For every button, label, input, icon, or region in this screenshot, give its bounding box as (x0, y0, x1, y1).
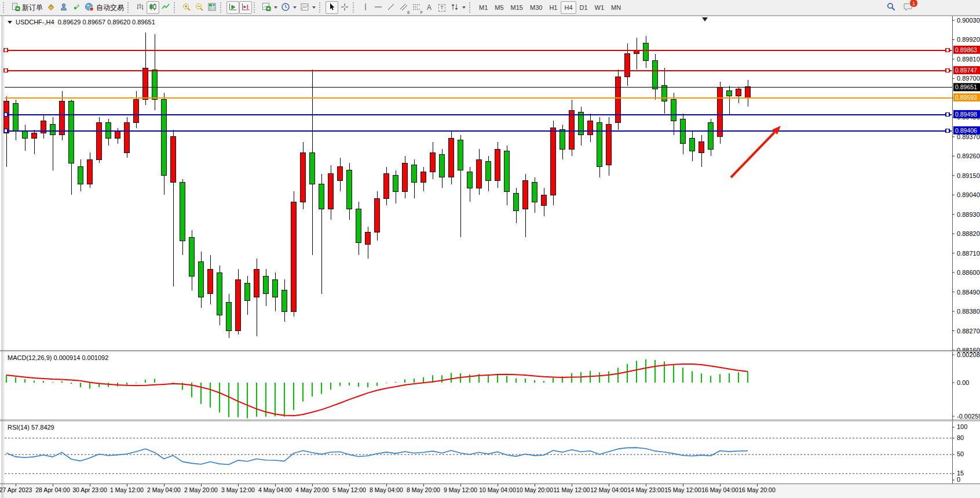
toolbar-grip[interactable] (127, 2, 131, 13)
tf-button-MN[interactable]: MN (608, 1, 624, 14)
zoom-in-button[interactable] (180, 1, 193, 14)
candle-body (245, 283, 250, 300)
chart-menu-arrow-icon[interactable] (8, 21, 12, 24)
price-tick-label: 0.89150 (957, 172, 980, 179)
chevron-down-icon (293, 6, 297, 9)
chart-shift-button[interactable] (239, 1, 252, 14)
tf-button-H4[interactable]: H4 (561, 1, 576, 14)
trendline-icon (386, 2, 396, 13)
tf-button-M5[interactable]: M5 (491, 1, 507, 14)
candle-body (403, 163, 408, 191)
candle-body (597, 122, 602, 166)
candle-body (430, 152, 436, 172)
candle-body (643, 43, 649, 61)
toolbar-grip[interactable] (353, 2, 357, 13)
hline-handle[interactable] (946, 49, 949, 52)
toolbar-grip[interactable] (469, 2, 473, 13)
paint-bucket-button[interactable] (45, 1, 57, 14)
candle-body (41, 121, 46, 133)
candle-body (291, 202, 297, 311)
equidistant-channel-tool-button[interactable]: E (397, 1, 410, 14)
tf-button-D1[interactable]: D1 (576, 1, 591, 14)
chart-header: USDCHF-,H4 0.89629 0.89657 0.89620 0.896… (8, 19, 155, 26)
tile-windows-button[interactable] (206, 1, 218, 14)
line-chart-button[interactable] (159, 1, 172, 14)
candlestick-chart-icon (148, 2, 158, 13)
hline-handle[interactable] (946, 69, 949, 72)
cursor-button[interactable] (326, 1, 338, 14)
hline-handle[interactable] (946, 113, 949, 117)
toolbar-grip[interactable] (220, 2, 224, 13)
search-button[interactable] (884, 1, 898, 14)
toolbar-grip[interactable] (319, 2, 323, 13)
candle-body (87, 159, 93, 184)
candle-body (532, 183, 537, 202)
time-tick-label: 2 May 20:00 (184, 486, 218, 493)
candle-body (69, 101, 74, 163)
hline-handle[interactable] (4, 69, 8, 72)
candle-body (328, 174, 334, 209)
toolbar: 新订单 自动交易 (0, 0, 980, 16)
chat-button[interactable]: 1 (901, 1, 915, 14)
price-badge-label: 0.89593 (955, 94, 977, 101)
tf-button-M1[interactable]: M1 (476, 1, 491, 14)
tf-button-H1[interactable]: H1 (546, 1, 561, 14)
trendline-tool-button[interactable] (385, 1, 397, 14)
auto-scroll-button[interactable] (226, 1, 239, 14)
macd-axis-label: 0.00 (957, 379, 969, 386)
candle-body (356, 209, 361, 243)
hline-handle[interactable] (4, 113, 8, 117)
auto-trading-button[interactable]: 自动交易 (83, 1, 126, 14)
zoom-out-icon (195, 2, 204, 13)
chart-symbol-period: USDCHF-,H4 (16, 19, 54, 26)
time-tick-label: 4 May 04:00 (258, 486, 292, 493)
rsi-name: RSI(14) (8, 424, 30, 431)
candle-body (32, 133, 37, 139)
tf-button-W1[interactable]: W1 (591, 1, 608, 14)
search-icon (886, 2, 896, 13)
candle-body (50, 125, 56, 135)
toolbar-grip[interactable] (254, 2, 258, 13)
new-order-button[interactable]: 新订单 (9, 1, 45, 14)
candle-body (273, 279, 278, 297)
indicators-button[interactable] (260, 1, 279, 14)
candle-body (143, 68, 148, 100)
periods-button[interactable] (279, 1, 298, 14)
price-tick-label: 0.88270 (957, 328, 980, 335)
candle-body (421, 172, 426, 183)
candle-body (171, 137, 176, 183)
macd-indicator-label: MACD(12,26,9) 0.000914 0.001092 (8, 354, 108, 361)
vertical-line-tool-button[interactable] (359, 1, 372, 14)
crosshair-button[interactable] (338, 1, 351, 14)
templates-button[interactable] (298, 1, 317, 14)
rsi-axis-label: 0 (957, 476, 960, 483)
toolbar-grip[interactable] (174, 2, 178, 13)
macd-values: 0.000914 0.001092 (53, 354, 108, 361)
rsi-axis-label: 50 (957, 450, 964, 457)
text-tool-button[interactable]: A (423, 1, 436, 14)
tf-button-M15[interactable]: M15 (507, 1, 526, 14)
hline-handle[interactable] (4, 49, 8, 52)
toolbar-grip[interactable] (3, 2, 7, 13)
arrows-tool-button[interactable] (448, 1, 467, 14)
price-tick-label: 0.88930 (957, 211, 980, 218)
candle-body (236, 279, 241, 330)
tf-button-M30[interactable]: M30 (526, 1, 546, 14)
horizontal-line-tool-button[interactable] (372, 1, 385, 14)
new-order-icon (11, 2, 20, 13)
hline-handle[interactable] (946, 129, 949, 133)
candle-body (477, 159, 482, 188)
candlestick-chart-button[interactable] (147, 1, 159, 14)
profile-button[interactable] (57, 1, 70, 14)
vertical-line-icon (361, 2, 370, 13)
fibonacci-tool-button[interactable]: F (410, 1, 423, 14)
zoom-out-button[interactable] (193, 1, 206, 14)
chevron-down-icon (312, 6, 316, 9)
text-label-tool-button[interactable]: T (436, 1, 448, 14)
time-tick-label: 10 May 20:00 (516, 486, 553, 493)
candle-body (180, 183, 185, 241)
hline-handle[interactable] (4, 129, 8, 133)
bar-chart-button[interactable] (134, 1, 147, 14)
signals-button[interactable] (70, 1, 83, 14)
price-badge-label: 0.89747 (955, 67, 977, 74)
